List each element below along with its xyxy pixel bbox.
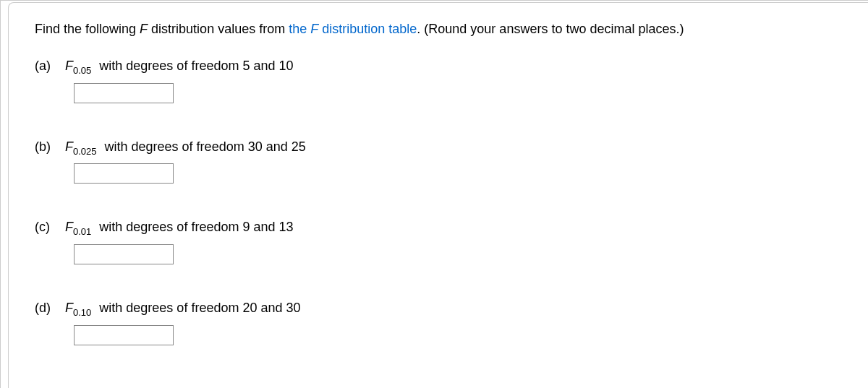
question-c: (c) F0.01 with degrees of freedom 9 and … [35, 220, 842, 264]
f-symbol: F [65, 301, 73, 315]
question-b: (b) F0.025 with degrees of freedom 30 an… [35, 139, 842, 184]
question-a: (a) F0.05 with degrees of freedom 5 and … [35, 59, 842, 103]
answer-input-d[interactable] [74, 325, 174, 345]
link-the[interactable]: the [289, 22, 310, 36]
instruction-text: Find the following F distribution values… [35, 20, 842, 38]
instruction-suffix: . (Round your answers to two decimal pla… [417, 22, 684, 36]
content-container: Find the following F distribution values… [8, 2, 868, 388]
answer-input-c[interactable] [74, 244, 174, 264]
question-b-rest: with degrees of freedom 30 and 25 [101, 139, 306, 154]
question-a-rest: with degrees of freedom 5 and 10 [95, 59, 293, 73]
outer-container: Find the following F distribution values… [0, 0, 868, 388]
answer-input-a[interactable] [74, 83, 174, 103]
f-subscript: 0.01 [73, 226, 91, 237]
f-subscript: 0.05 [73, 65, 91, 76]
question-a-prompt: (a) F0.05 with degrees of freedom 5 and … [35, 59, 842, 76]
instruction-mid: distribution values from [148, 22, 289, 36]
question-d-expression: F0.10 with degrees of freedom 20 and 30 [65, 301, 301, 318]
f-symbol: F [65, 220, 73, 234]
link-f-italic[interactable]: F [310, 22, 318, 36]
f-symbol: F [65, 139, 73, 154]
instruction-prefix: Find the following [35, 22, 140, 36]
part-label-b: (b) [35, 139, 56, 155]
question-d-rest: with degrees of freedom 20 and 30 [95, 301, 300, 315]
f-subscript: 0.10 [73, 307, 91, 318]
question-a-expression: F0.05 with degrees of freedom 5 and 10 [65, 59, 294, 76]
question-d: (d) F0.10 with degrees of freedom 20 and… [35, 301, 842, 345]
question-c-expression: F0.01 with degrees of freedom 9 and 13 [65, 220, 294, 237]
part-label-a: (a) [35, 59, 56, 74]
instruction-f-italic: F [140, 22, 148, 36]
part-label-c: (c) [35, 220, 56, 235]
question-b-prompt: (b) F0.025 with degrees of freedom 30 an… [35, 139, 842, 157]
question-c-prompt: (c) F0.01 with degrees of freedom 9 and … [35, 220, 842, 237]
question-c-rest: with degrees of freedom 9 and 13 [95, 220, 293, 234]
answer-input-b[interactable] [74, 163, 174, 184]
link-rest[interactable]: distribution table [318, 22, 417, 36]
question-d-prompt: (d) F0.10 with degrees of freedom 20 and… [35, 301, 842, 318]
f-subscript: 0.025 [73, 145, 97, 156]
f-symbol: F [65, 59, 73, 73]
question-b-expression: F0.025 with degrees of freedom 30 and 25 [65, 139, 306, 157]
part-label-d: (d) [35, 301, 56, 316]
